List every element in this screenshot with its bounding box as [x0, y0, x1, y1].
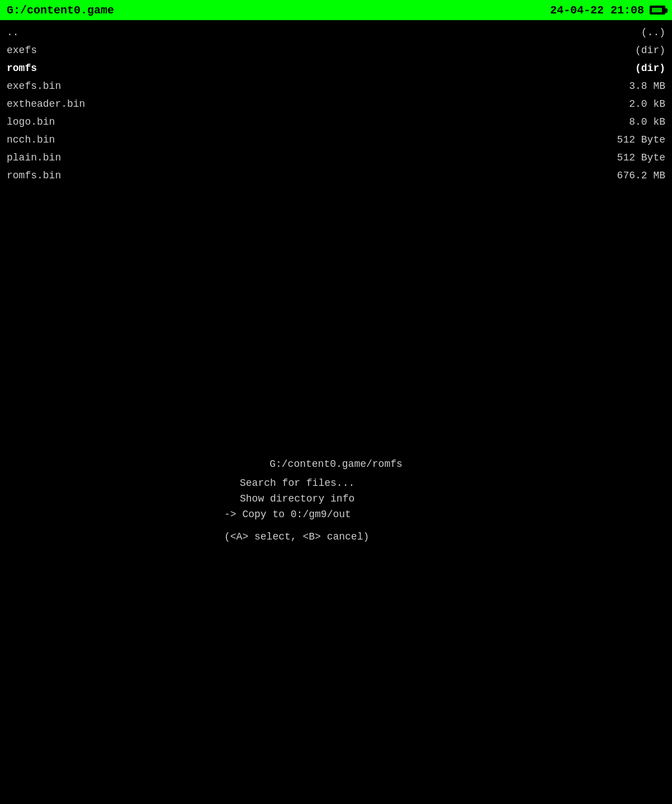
file-name: exefs.bin	[7, 77, 61, 95]
file-row[interactable]: ..(..)	[7, 23, 665, 41]
file-size: 512 Byte	[617, 131, 665, 149]
file-name: plain.bin	[7, 149, 61, 167]
file-name: romfs.bin	[7, 167, 61, 185]
file-name: ncch.bin	[7, 131, 55, 149]
file-size: (dir)	[635, 41, 665, 59]
datetime: 24-04-22 21:08	[550, 4, 644, 17]
file-size: 676.2 MB	[617, 167, 665, 185]
file-name: logo.bin	[7, 113, 55, 131]
file-row[interactable]: logo.bin8.0 kB	[7, 113, 665, 131]
file-row[interactable]: exefs(dir)	[7, 41, 665, 59]
file-name: ..	[7, 23, 19, 41]
battery-icon	[650, 6, 665, 15]
file-size: 8.0 kB	[629, 113, 665, 131]
file-name: exefs	[7, 41, 37, 59]
file-row[interactable]: romfs.bin676.2 MB	[7, 167, 665, 185]
title-right: 24-04-22 21:08	[550, 4, 665, 17]
file-row[interactable]: exefs.bin3.8 MB	[7, 77, 665, 95]
file-row[interactable]: extheader.bin2.0 kB	[7, 95, 665, 113]
menu-controls: (<A> select, <B> cancel)	[224, 531, 448, 542]
file-list: ..(..)exefs(dir)romfs(dir)exefs.bin3.8 M…	[0, 20, 672, 188]
file-name: romfs	[7, 59, 37, 77]
file-name: extheader.bin	[7, 95, 85, 113]
file-size: 3.8 MB	[629, 77, 665, 95]
file-row[interactable]: plain.bin512 Byte	[7, 149, 665, 167]
context-menu-item-0[interactable]: Search for files...	[224, 475, 448, 491]
title-path: G:/content0.game	[7, 4, 114, 17]
file-row[interactable]: romfs(dir)	[7, 59, 665, 77]
context-menu[interactable]: G:/content0.game/romfs Search for files.…	[224, 458, 448, 542]
file-size: 2.0 kB	[629, 95, 665, 113]
file-size: (..)	[641, 23, 665, 41]
title-bar: G:/content0.game 24-04-22 21:08	[0, 0, 672, 20]
context-menu-item-2[interactable]: -> Copy to 0:/gm9/out	[224, 507, 448, 522]
context-menu-path: G:/content0.game/romfs	[224, 458, 448, 470]
menu-items-container: Search for files...Show directory info->…	[224, 475, 448, 522]
file-size: (dir)	[635, 59, 665, 77]
context-menu-item-1[interactable]: Show directory info	[224, 491, 448, 507]
file-row[interactable]: ncch.bin512 Byte	[7, 131, 665, 149]
file-size: 512 Byte	[617, 149, 665, 167]
